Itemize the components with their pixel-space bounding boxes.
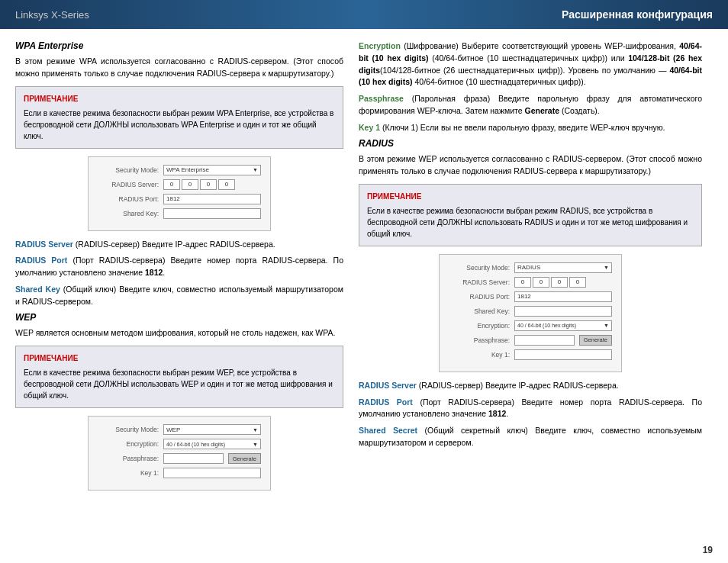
pass-desc2: (Создать).	[562, 106, 600, 115]
wpa-enterprise-body: В этом режиме WPA используется согласова…	[15, 56, 343, 80]
wpa-enterprise-note-title: ПРИМЕЧАНИЕ	[24, 93, 335, 105]
radius-generate-btn[interactable]: Generate	[579, 335, 612, 346]
wep-generate-btn[interactable]: Generate	[228, 453, 261, 464]
mock-select-arrow: ▼	[253, 167, 258, 172]
encryption-param: Encryption (Шифрование) Выберите соответ…	[359, 40, 702, 88]
key1-desc: (Ключи 1) Если вы не ввели парольную фра…	[382, 123, 665, 132]
radius-mock-security-label: Security Mode:	[449, 264, 510, 272]
radius-mock-security-select[interactable]: RADIUS ▼	[514, 262, 612, 273]
shared-key-param: Shared Key (Общий ключ) Введите ключ, со…	[15, 284, 343, 308]
header-right: Расширенная конфигурация	[562, 8, 713, 21]
enc-desc3: (104/128-битное (26 шестнадцатеричных ци…	[380, 66, 669, 75]
mock-radius-server-label: RADIUS Server:	[98, 181, 159, 188]
wep-mock-enc-select[interactable]: 40 / 64-bit (10 hex digits) ▼	[163, 439, 261, 449]
radius-mock-key1-input[interactable]	[514, 349, 612, 360]
wep-title: WEP	[15, 312, 343, 323]
wep-note-text: Если в качестве режима безопасности выбр…	[24, 367, 335, 401]
wep-mock-passphrase-row: Passphrase: Generate	[98, 453, 261, 464]
wep-mock-security-label: Security Mode:	[98, 426, 159, 433]
wep-mock-key1-row: Key 1:	[98, 468, 261, 478]
radius-mock-enc-row: Encryption: 40 / 64-bit (10 hex digits) …	[449, 320, 612, 331]
right-column: Encryption (Шифрование) Выберите соответ…	[359, 40, 702, 552]
mock-ip-row: 0 0 0 0	[163, 179, 235, 190]
mock-radius-server-row: RADIUS Server: 0 0 0 0	[98, 179, 261, 190]
radius-mock-key1-row: Key 1:	[449, 349, 612, 360]
radius-server-desc-right: (RADIUS-сервер) Введите IP-адрес RADIUS-…	[419, 381, 619, 390]
key1-param: Key 1 (Ключи 1) Если вы не ввели парольн…	[359, 122, 702, 134]
wpa-enterprise-note: ПРИМЕЧАНИЕ Если в качестве режима безопа…	[15, 86, 343, 149]
mock-ip-4[interactable]: 0	[218, 179, 235, 190]
main-content: WPA Enterprise В этом режиме WPA использ…	[0, 29, 728, 563]
header-left: Linksys X-Series	[15, 9, 89, 21]
radius-ip-1[interactable]: 0	[514, 277, 531, 288]
mock-ip-3[interactable]: 0	[200, 179, 217, 190]
wpa-enterprise-title: WPA Enterprise	[15, 40, 343, 51]
radius-mock-port-input[interactable]: 1812	[514, 291, 612, 302]
radius-mock-server-label: RADIUS Server:	[449, 278, 510, 286]
radius-mockui: Security Mode: RADIUS ▼ RADIUS Server: 0…	[439, 254, 622, 372]
radius-params: RADIUS Server (RADIUS-сервер) Введите IP…	[359, 380, 702, 449]
radius-mock-key1-label: Key 1:	[449, 351, 510, 359]
mock-security-label: Security Mode:	[98, 166, 159, 174]
radius-mock-pass-label: Passphrase:	[449, 336, 510, 344]
radius-title: RADIUS	[359, 138, 702, 149]
radius-server-label: RADIUS Server	[15, 240, 73, 249]
shared-key-desc: (Общий ключ) Введите ключ, совместно исп…	[15, 285, 343, 306]
left-column: WPA Enterprise В этом режиме WPA использ…	[15, 40, 343, 552]
wep-mock-security-select[interactable]: WEP ▼	[163, 424, 261, 435]
radius-section: RADIUS В этом режиме WEP используется со…	[359, 138, 702, 372]
enc-desc4: 40/64-битное (10 шестнадцатеричных цифр)…	[413, 77, 586, 86]
wep-mockui: Security Mode: WEP ▼ Encryption: 40 / 64…	[88, 416, 271, 491]
radius-server-label-right: RADIUS Server	[359, 381, 417, 390]
radius-port-label: RADIUS Port	[15, 256, 67, 265]
encryption-label: Encryption	[359, 41, 401, 50]
wep-mock-enc-label: Encryption:	[98, 440, 159, 448]
radius-ip-3[interactable]: 0	[551, 277, 568, 288]
radius-mock-server-row: RADIUS Server: 0 0 0 0	[449, 277, 612, 288]
radius-port-bold-right: 1812	[488, 409, 506, 418]
mock-radius-port-label: RADIUS Port:	[98, 195, 159, 203]
radius-note-text: Если в качестве режима безопасности выбр…	[367, 205, 694, 240]
wep-mock-security-row: Security Mode: WEP ▼	[98, 424, 261, 435]
header: Linksys X-Series Расширенная конфигураци…	[0, 0, 728, 29]
wep-mock-key1-label: Key 1:	[98, 469, 159, 477]
wep-select-arrow: ▼	[253, 427, 258, 433]
mock-shared-key-input[interactable]	[163, 208, 261, 219]
radius-port-param-right: RADIUS Port (Порт RADIUS-сервера) Введит…	[359, 397, 702, 421]
wep-mock-pass-label: Passphrase:	[98, 455, 159, 462]
radius-mock-pass-input[interactable]	[514, 335, 575, 346]
mock-ip-1[interactable]: 0	[163, 179, 180, 190]
radius-server-desc: (RADIUS-сервер) Введите IP-адрес RADIUS-…	[76, 240, 275, 249]
radius-mock-pass-row: Passphrase: Generate	[449, 335, 612, 346]
passphrase-param: Passphrase (Парольная фраза) Введите пар…	[359, 93, 702, 117]
radius-mock-sharedkey-label: Shared Key:	[449, 307, 510, 315]
radius-mock-enc-select[interactable]: 40 / 64-bit (10 hex digits) ▼	[514, 320, 612, 331]
mock-ip-2[interactable]: 0	[182, 179, 198, 190]
radius-mock-sharedkey-input[interactable]	[514, 306, 612, 317]
radius-port-param: RADIUS Port (Порт RADIUS-сервера) Введит…	[15, 255, 343, 279]
shared-secret-param: Shared Secret (Общий секретный ключ) Вве…	[359, 425, 702, 449]
mock-security-select[interactable]: WPA Enterprise ▼	[163, 165, 261, 175]
mock-shared-key-label: Shared Key:	[98, 210, 159, 217]
wep-mock-encryption-row: Encryption: 40 / 64-bit (10 hex digits) …	[98, 439, 261, 449]
wpa-enterprise-mockui: Security Mode: WPA Enterprise ▼ RADIUS S…	[88, 156, 271, 231]
radius-ip-2[interactable]: 0	[533, 277, 549, 288]
radius-enc-arrow: ▼	[604, 323, 609, 328]
wep-enc-arrow: ▼	[253, 442, 258, 447]
wep-section: WEP WEP является основным методом шифров…	[15, 312, 343, 491]
key1-label: Key 1	[359, 123, 380, 132]
radius-ip-4[interactable]: 0	[569, 277, 586, 288]
wep-note: ПРИМЕЧАНИЕ Если в качестве режима безопа…	[15, 346, 343, 408]
radius-server-param-right: RADIUS Server (RADIUS-сервер) Введите IP…	[359, 380, 702, 392]
mock-shared-key-row: Shared Key:	[98, 208, 261, 219]
wep-mock-pass-input[interactable]	[163, 453, 224, 464]
wep-note-title: ПРИМЕЧАНИЕ	[24, 352, 335, 364]
radius-select-arrow: ▼	[604, 265, 609, 270]
radius-mock-ip: 0 0 0 0	[514, 277, 586, 288]
radius-mock-port-label: RADIUS Port:	[449, 293, 510, 301]
radius-mock-port-row: RADIUS Port: 1812	[449, 291, 612, 302]
mock-radius-port-input[interactable]: 1812	[163, 194, 261, 204]
mock-radius-port-row: RADIUS Port: 1812	[98, 194, 261, 204]
radius-port-bold: 1812	[145, 268, 163, 277]
wep-mock-key1-input[interactable]	[163, 468, 261, 478]
